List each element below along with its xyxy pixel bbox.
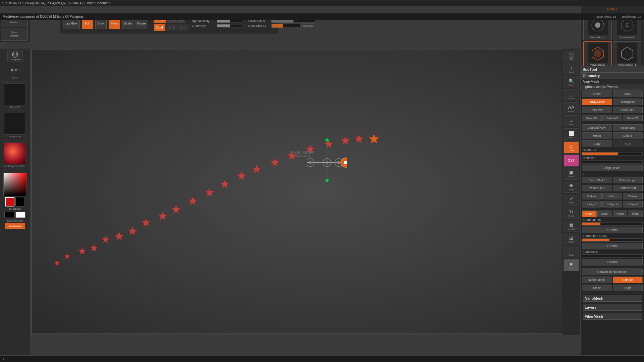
actual-icon-btn[interactable]: ⬚ Actual	[564, 89, 579, 101]
pivot-button[interactable]: Pivot	[628, 210, 643, 217]
quick-sketch-button[interactable]: Quick Sketch	[1, 28, 28, 41]
delete-button[interactable]: Delete	[613, 132, 643, 139]
repeat-slider[interactable]	[582, 152, 643, 156]
floor-icon-btn[interactable]: ⬜ Floor	[564, 128, 579, 140]
color-picker-square[interactable]	[3, 173, 27, 196]
close-button[interactable]: Close	[582, 285, 612, 291]
transpose-btn[interactable]: Transpose	[613, 99, 643, 105]
transpose-icon-btn[interactable]: Transpose	[7, 50, 23, 62]
texture-section[interactable]: Texture Off	[2, 112, 29, 139]
rotate-arr-button[interactable]: Rotate	[613, 210, 628, 217]
pattern-start-button[interactable]: PatternStart 0	[582, 177, 612, 183]
persp-icon-btn[interactable]: ⟁ Persp	[564, 115, 579, 127]
sculpt-icon-btn[interactable]: ⬚ Sculp	[564, 246, 579, 258]
lock-pos-button[interactable]: Lock Pos	[582, 107, 612, 113]
z-amount-label: Z Amount 0	[583, 250, 642, 254]
scale-arr-button[interactable]: Scale	[597, 210, 612, 217]
pattern-length-button[interactable]: PatternLength	[613, 177, 643, 183]
insert-new-button[interactable]: Insert New	[613, 124, 643, 131]
extrude-button[interactable]: Extrude	[613, 277, 643, 283]
y-profile-button[interactable]: Y Profile	[582, 243, 643, 249]
switchyz-button[interactable]: SwitchYZ	[623, 115, 643, 121]
y-align-button[interactable]: Y Align 0	[602, 201, 622, 207]
draw-size-track[interactable]	[271, 24, 300, 28]
pattern-start-row: PatternStart 0 PatternLength	[581, 176, 644, 184]
header-stats: ActivePoints: 14 TotalPoints: 14	[594, 15, 641, 18]
angle-button[interactable]: Angle	[613, 285, 643, 291]
xyz-icon-btn[interactable]: XYZ	[564, 155, 579, 167]
offset-button[interactable]: Offset	[582, 210, 597, 217]
z-amount-slider[interactable]	[582, 254, 643, 258]
x-mirror-button[interactable]: X Mirror	[582, 193, 602, 199]
solid-icon-btn[interactable]: ■ Solid	[564, 259, 579, 271]
zoom-icon-btn[interactable]: 🔍 Zoom	[564, 76, 579, 88]
group-icon-btn[interactable]: ⊞ PolyF	[564, 233, 579, 245]
polymesh3d-brush-item[interactable]: PolyMesh3D	[583, 41, 612, 68]
rotate-icon2: ↻	[569, 209, 573, 215]
copy-button[interactable]: Copy	[582, 140, 612, 147]
y-amount-row: Y Amount 7.62383	[581, 234, 644, 238]
make-mesh-button[interactable]: Make Mesh	[582, 277, 612, 283]
gradient-light-swatch[interactable]	[15, 212, 25, 218]
lightbox-arrays-header[interactable]: Lightbox Arrays Presets	[581, 84, 644, 90]
rotate-icon-btn[interactable]: ↻ Rotate	[564, 207, 579, 219]
floor-icon: ⬜	[569, 131, 574, 136]
z-profile-button[interactable]: Z Profile	[582, 259, 643, 265]
pattern-on-button[interactable]: PatternOn 1	[582, 185, 612, 191]
fg-color-swatch[interactable]	[5, 197, 14, 206]
frame-icon: ▣	[569, 170, 574, 175]
z-align-button[interactable]: Z Align 0	[623, 201, 643, 207]
scale-icon-btn[interactable]: ⤢ Scale	[564, 194, 579, 206]
y-amount-slider[interactable]	[582, 238, 643, 242]
rp-divider-4	[581, 293, 644, 293]
x-profile-button[interactable]: X Profile	[582, 227, 643, 233]
x-align-button[interactable]: X Align 0	[582, 201, 602, 207]
switchxy-button[interactable]: SwitchXY	[582, 115, 602, 121]
array-mesh-button[interactable]: Array Mesh	[582, 99, 612, 105]
convert-nanomesh-button[interactable]: Convert To NanoMesh	[582, 268, 643, 275]
align-path-button[interactable]: AlignToPath	[582, 165, 643, 171]
gradient-dark-swatch[interactable]	[4, 212, 14, 218]
append-new-button[interactable]: Append New	[582, 124, 612, 131]
switchxz-button[interactable]: SwitchXZ	[602, 115, 622, 121]
dot-3	[18, 69, 19, 70]
fibermesh-section: FiberMesh	[581, 312, 644, 321]
brush-grid: SimpleBrush E EraserBrush PolyMesh3D	[582, 12, 643, 69]
linefill-icon-btn[interactable]: ▦ Line Fill	[564, 220, 579, 232]
local-icon-btn[interactable]: ◎ Local	[564, 141, 579, 154]
scroll-icon-btn[interactable]: ↕ Scroll	[564, 63, 579, 75]
paste-button[interactable]: Paste	[613, 140, 643, 147]
alpha-section[interactable]: AlphaOff	[2, 83, 29, 109]
layers-header[interactable]: Layers	[583, 304, 642, 311]
x-amount-slider[interactable]	[582, 222, 643, 226]
nanomesh-header[interactable]: NanoMesh	[583, 295, 642, 302]
simple-brush-label: SimpleBrush	[590, 36, 605, 39]
polymesh3d-1-brush-item[interactable]: PolyMesh3D_1	[613, 41, 641, 68]
open-button[interactable]: Open	[582, 90, 612, 97]
pattern-off-button[interactable]: PatternOff 0	[613, 185, 643, 191]
z-mirror-button[interactable]: Z Mirror	[623, 193, 643, 199]
fibermesh-header[interactable]: FiberMesh	[583, 313, 642, 320]
subtool-header[interactable]: SubTool	[581, 66, 644, 73]
geometry-header[interactable]: Geometry	[581, 73, 644, 79]
z-intensity-slider[interactable]	[217, 24, 244, 27]
bg-color-swatch[interactable]	[15, 197, 25, 206]
save-button[interactable]: Save	[613, 90, 643, 97]
gizmo[interactable]	[307, 137, 347, 191]
dynamic-button[interactable]: Dynamic	[302, 23, 315, 28]
bill-icon-btn[interactable]: ⬛ Bill	[564, 50, 579, 62]
move-icon-btn[interactable]: ✥ Move	[564, 181, 579, 193]
reset-button[interactable]: Reset	[582, 132, 612, 139]
aa半-icon-btn[interactable]: AA AAHalf	[564, 102, 579, 114]
y-mirror-button[interactable]: Y Mirror	[602, 193, 622, 199]
zcut-button[interactable]: Zcut	[178, 24, 189, 31]
zadd-button[interactable]: Zadd	[154, 24, 165, 31]
material-section[interactable]: MatCap Red Wax	[2, 142, 29, 168]
lock-size-button[interactable]: Lock Size	[613, 107, 643, 113]
canvas-area[interactable]: STAGE : REPEAT COL : DFC	[30, 49, 610, 335]
zsub-button[interactable]: Zsub	[166, 24, 177, 31]
frame-icon-btn[interactable]: ▣ Frame	[564, 168, 579, 180]
scroll-icon: ↕	[570, 65, 573, 71]
alternate-button[interactable]: Alternate	[5, 223, 25, 229]
smooth-slider[interactable]	[582, 160, 643, 164]
